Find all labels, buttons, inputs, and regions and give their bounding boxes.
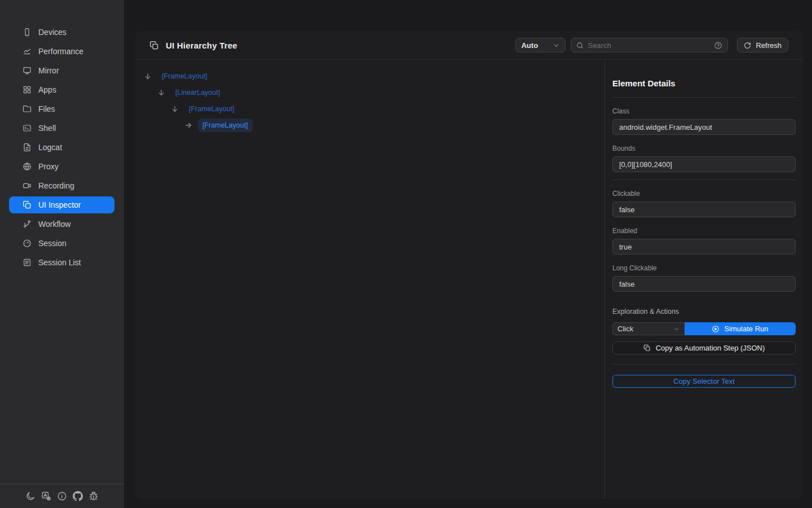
panel-body: [FrameLayout] [LinearLayout] [FrameLayou… xyxy=(135,60,802,499)
sidebar-item-proxy[interactable]: Proxy xyxy=(9,158,114,175)
tree-node[interactable]: [LinearLayout] xyxy=(144,84,593,100)
sidebar-item-label: Shell xyxy=(38,124,56,133)
copy-icon xyxy=(643,344,651,352)
globe-icon xyxy=(23,162,32,171)
arrow-down-icon[interactable] xyxy=(144,72,152,80)
list-icon xyxy=(23,258,32,267)
field-value-long-clickable: false xyxy=(612,276,796,292)
field-label-long-clickable: Long Clickable xyxy=(612,264,796,272)
info-icon[interactable] xyxy=(57,491,67,501)
divider xyxy=(612,179,796,180)
tree-node[interactable]: [FrameLayout] xyxy=(144,68,593,84)
sidebar-item-label: Proxy xyxy=(38,162,59,171)
terminal-icon xyxy=(23,124,32,133)
mode-select-value: Auto xyxy=(521,41,538,50)
element-details-panel: Element Details Class android.widget.Fra… xyxy=(604,60,802,499)
sidebar-item-label: Recording xyxy=(38,181,74,190)
copy-selector-text-button[interactable]: Copy Selector Text xyxy=(612,375,796,388)
hierarchy-tree: [FrameLayout] [LinearLayout] [FrameLayou… xyxy=(135,60,604,499)
file-text-icon xyxy=(23,143,32,152)
sidebar-item-session[interactable]: Session xyxy=(9,235,114,252)
sidebar-item-workflow[interactable]: Workflow xyxy=(9,216,114,233)
arrow-down-icon[interactable] xyxy=(157,89,165,97)
field-label-class: Class xyxy=(612,107,796,115)
bug-icon[interactable] xyxy=(89,491,99,501)
simulate-run-button[interactable]: Simulate Run xyxy=(685,322,796,335)
field-value-enabled: true xyxy=(612,239,796,255)
search-icon xyxy=(576,42,584,49)
search-input[interactable] xyxy=(588,41,714,50)
chart-line-icon xyxy=(23,47,32,56)
layers-icon xyxy=(149,41,159,50)
field-value-class: android.widget.FrameLayout xyxy=(612,119,796,135)
grid-icon xyxy=(23,85,32,94)
translate-icon[interactable] xyxy=(41,491,51,501)
sidebar-item-recording[interactable]: Recording xyxy=(9,177,114,194)
tree-node-label[interactable]: [LinearLayout] xyxy=(175,89,220,97)
sidebar-item-files[interactable]: Files xyxy=(9,100,114,117)
smartphone-icon xyxy=(23,28,32,37)
refresh-label: Refresh xyxy=(756,41,782,50)
sidebar-item-label: Session xyxy=(38,239,67,248)
copy-automation-step-label: Copy as Automation Step (JSON) xyxy=(656,344,765,352)
sidebar-item-label: Workflow xyxy=(38,220,70,229)
action-select-value: Click xyxy=(617,325,633,333)
copy-selector-text-label: Copy Selector Text xyxy=(673,377,735,386)
sidebar-nav: Devices Performance Mirror Apps Files xyxy=(0,0,124,271)
sidebar-item-ui-inspector[interactable]: UI Inspector xyxy=(9,196,114,213)
tree-node-label[interactable]: [FrameLayout] xyxy=(189,105,235,113)
refresh-icon xyxy=(744,42,751,49)
field-label-clickable: Clickable xyxy=(612,190,796,198)
tree-node-selected[interactable]: [FrameLayout] xyxy=(144,117,593,133)
sidebar: Devices Performance Mirror Apps Files xyxy=(0,0,124,508)
refresh-button[interactable]: Refresh xyxy=(737,38,788,52)
sidebar-item-label: Devices xyxy=(38,28,67,37)
sidebar-item-label: Performance xyxy=(38,47,83,56)
field-value-clickable: false xyxy=(612,202,796,217)
header-controls: Auto Refresh xyxy=(515,38,788,52)
arrow-down-icon[interactable] xyxy=(171,105,179,113)
sidebar-item-label: Files xyxy=(38,104,55,113)
chevron-down-icon xyxy=(553,42,560,49)
tree-node-label[interactable]: [FrameLayout] xyxy=(162,72,208,80)
sidebar-item-logcat[interactable]: Logcat xyxy=(9,139,114,156)
simulate-run-label: Simulate Run xyxy=(724,325,768,333)
actions-section-label: Exploration & Actions xyxy=(612,308,796,316)
mode-select[interactable]: Auto xyxy=(515,38,566,52)
play-circle-icon xyxy=(712,325,720,333)
sidebar-footer xyxy=(0,484,124,508)
video-icon xyxy=(23,181,32,190)
field-label-bounds: Bounds xyxy=(612,144,796,152)
chevron-down-icon xyxy=(673,326,680,332)
sidebar-item-mirror[interactable]: Mirror xyxy=(9,62,114,79)
tree-node[interactable]: [FrameLayout] xyxy=(144,100,593,117)
search-box xyxy=(571,38,728,52)
sidebar-item-shell[interactable]: Shell xyxy=(9,120,114,137)
tree-node-label[interactable]: [FrameLayout] xyxy=(198,119,253,132)
moon-icon[interactable] xyxy=(25,491,36,501)
divider xyxy=(612,364,796,365)
divider xyxy=(612,97,796,98)
arrow-right-icon[interactable] xyxy=(184,121,192,129)
sidebar-item-label: Mirror xyxy=(38,66,59,75)
sidebar-item-label: UI Inspector xyxy=(38,200,81,209)
help-icon[interactable] xyxy=(714,41,722,50)
sidebar-item-session-list[interactable]: Session List xyxy=(9,254,114,271)
sidebar-item-performance[interactable]: Performance xyxy=(9,43,114,60)
sidebar-item-label: Logcat xyxy=(38,143,62,152)
sidebar-item-apps[interactable]: Apps xyxy=(9,81,114,98)
copy-automation-step-button[interactable]: Copy as Automation Step (JSON) xyxy=(612,341,796,354)
workflow-icon xyxy=(23,220,32,229)
action-select[interactable]: Click xyxy=(612,322,685,335)
page-title: UI Hierarchy Tree xyxy=(166,41,237,50)
gauge-icon xyxy=(23,239,32,248)
github-icon[interactable] xyxy=(73,491,83,501)
ui-inspector-panel: UI Hierarchy Tree Auto xyxy=(135,31,802,499)
action-row: Click Simulate Run xyxy=(612,322,796,335)
sidebar-item-devices[interactable]: Devices xyxy=(9,24,114,41)
sidebar-item-label: Session List xyxy=(38,258,81,267)
panel-header: UI Hierarchy Tree Auto xyxy=(135,31,802,60)
sidebar-item-label: Apps xyxy=(38,85,56,94)
panel-title-group: UI Hierarchy Tree xyxy=(149,41,237,50)
layers-icon xyxy=(23,200,32,209)
